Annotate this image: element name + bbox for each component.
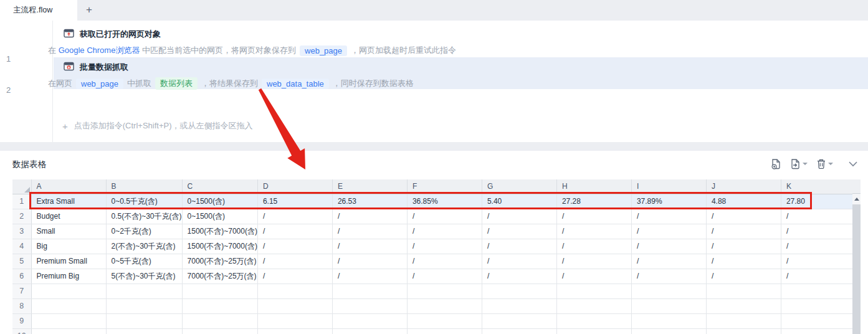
- panel-splitter[interactable]: [0, 142, 868, 151]
- table-cell[interactable]: /: [706, 239, 781, 254]
- table-cell[interactable]: 4.88: [706, 194, 781, 209]
- table-cell[interactable]: [106, 313, 182, 328]
- table-cell[interactable]: /: [781, 224, 854, 239]
- table-cell[interactable]: [556, 298, 631, 313]
- scroll-up-button[interactable]: [852, 194, 861, 204]
- table-cell[interactable]: /: [556, 269, 631, 284]
- table-cell[interactable]: Budget: [31, 209, 106, 224]
- table-cell[interactable]: [106, 284, 182, 298]
- table-cell[interactable]: 1500(不含)~7000(含): [182, 224, 257, 239]
- row-number[interactable]: 4: [12, 239, 31, 254]
- table-cell[interactable]: /: [482, 209, 556, 224]
- table-cell[interactable]: Extra Small: [31, 194, 106, 209]
- table-cell[interactable]: /: [257, 224, 332, 239]
- collapse-panel-button[interactable]: [846, 158, 861, 169]
- table-cell[interactable]: /: [631, 254, 706, 269]
- column-header-G[interactable]: G: [482, 179, 556, 194]
- variable-badge[interactable]: web_page: [300, 45, 347, 56]
- table-cell[interactable]: [106, 298, 182, 313]
- table-cell[interactable]: [332, 284, 407, 298]
- table-cell[interactable]: [631, 313, 706, 328]
- table-cell[interactable]: /: [407, 209, 482, 224]
- table-cell[interactable]: [706, 313, 781, 328]
- table-cell[interactable]: /: [257, 209, 332, 224]
- table-cell[interactable]: [31, 298, 106, 313]
- table-cell[interactable]: 0~5千克(含): [106, 254, 182, 269]
- flow-step-batch-scrape[interactable]: 批量数据抓取 在网页web_page中抓取数据列表，将结果保存到web_data…: [54, 57, 868, 89]
- table-cell[interactable]: Small: [31, 224, 106, 239]
- table-cell[interactable]: 0~1500(含): [182, 194, 257, 209]
- table-cell[interactable]: [631, 284, 706, 298]
- link-text[interactable]: Google Chrome浏览器: [59, 45, 140, 56]
- column-header-D[interactable]: D: [257, 179, 332, 194]
- table-cell[interactable]: 2(不含)~30千克(含): [106, 239, 182, 254]
- table-cell[interactable]: [631, 298, 706, 313]
- table-cell[interactable]: /: [631, 269, 706, 284]
- table-cell[interactable]: [257, 284, 332, 298]
- column-header-I[interactable]: I: [631, 179, 706, 194]
- row-number[interactable]: 10: [12, 328, 31, 334]
- table-cell[interactable]: [706, 284, 781, 298]
- table-cell[interactable]: 37.89%: [631, 194, 706, 209]
- table-cell[interactable]: /: [706, 254, 781, 269]
- table-cell[interactable]: /: [407, 269, 482, 284]
- table-cell[interactable]: [781, 313, 854, 328]
- table-cell[interactable]: [407, 298, 482, 313]
- table-cell[interactable]: [781, 284, 854, 298]
- table-cell[interactable]: [482, 284, 556, 298]
- table-cell[interactable]: [257, 298, 332, 313]
- column-header-C[interactable]: C: [182, 179, 257, 194]
- table-cell[interactable]: [31, 313, 106, 328]
- table-cell[interactable]: [332, 298, 407, 313]
- table-cell[interactable]: /: [631, 239, 706, 254]
- table-cell[interactable]: [706, 298, 781, 313]
- table-cell[interactable]: 27.80: [781, 194, 854, 209]
- table-cell[interactable]: /: [556, 224, 631, 239]
- table-cell[interactable]: [781, 298, 854, 313]
- table-cell[interactable]: [31, 328, 106, 334]
- table-cell[interactable]: /: [706, 209, 781, 224]
- column-header-H[interactable]: H: [556, 179, 631, 194]
- table-cell[interactable]: 0~1500(含): [182, 209, 257, 224]
- table-cell[interactable]: /: [332, 239, 407, 254]
- add-tab-button[interactable]: +: [81, 2, 97, 18]
- table-cell[interactable]: 26.53: [332, 194, 407, 209]
- table-cell[interactable]: /: [257, 254, 332, 269]
- table-cell[interactable]: 0~2千克(含): [106, 224, 182, 239]
- table-cell[interactable]: /: [332, 209, 407, 224]
- table-cell[interactable]: [556, 328, 631, 334]
- table-cell[interactable]: /: [332, 224, 407, 239]
- table-cell[interactable]: 7000(不含)~25万(含): [182, 269, 257, 284]
- row-number[interactable]: 3: [12, 224, 31, 239]
- row-number[interactable]: 2: [12, 209, 31, 224]
- table-cell[interactable]: [706, 328, 781, 334]
- table-cell[interactable]: /: [781, 209, 854, 224]
- table-cell[interactable]: /: [482, 224, 556, 239]
- data-list-badge[interactable]: 数据列表: [155, 77, 198, 90]
- table-cell[interactable]: /: [706, 269, 781, 284]
- column-header-B[interactable]: B: [106, 179, 182, 194]
- table-cell[interactable]: [631, 328, 706, 334]
- variable-badge[interactable]: web_data_table: [262, 79, 329, 89]
- table-cell[interactable]: [332, 328, 407, 334]
- table-cell[interactable]: /: [332, 254, 407, 269]
- table-cell[interactable]: [182, 284, 257, 298]
- row-number[interactable]: 9: [12, 313, 31, 328]
- vertical-scrollbar[interactable]: [852, 179, 861, 334]
- table-cell[interactable]: [257, 313, 332, 328]
- table-cell[interactable]: /: [332, 269, 407, 284]
- row-number[interactable]: 6: [12, 269, 31, 284]
- table-cell[interactable]: 7000(不含)~25万(含): [182, 254, 257, 269]
- table-cell[interactable]: [182, 328, 257, 334]
- table-cell[interactable]: /: [556, 209, 631, 224]
- table-cell[interactable]: [781, 328, 854, 334]
- table-cell[interactable]: 0.5(不含)~30千克(含): [106, 209, 182, 224]
- table-cell[interactable]: /: [482, 239, 556, 254]
- table-cell[interactable]: [182, 298, 257, 313]
- table-cell[interactable]: [482, 328, 556, 334]
- scrollbar-thumb[interactable]: [852, 204, 861, 334]
- row-number[interactable]: 8: [12, 298, 31, 313]
- column-header-F[interactable]: F: [407, 179, 482, 194]
- table-cell[interactable]: [182, 313, 257, 328]
- add-instruction-button[interactable]: + 点击添加指令(Ctrl+Shift+P)，或从左侧指令区拖入: [62, 118, 253, 134]
